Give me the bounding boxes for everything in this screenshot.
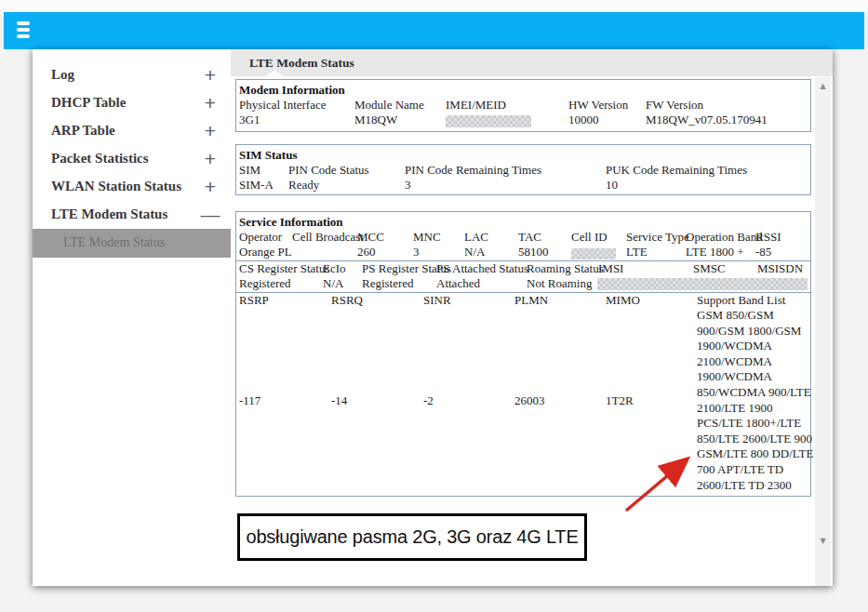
column-header: RSRP (239, 293, 331, 308)
cell-value: Ready (288, 178, 405, 193)
scroll-down-button[interactable]: ▼ (815, 535, 831, 548)
column-header: Roaming Status (527, 261, 598, 276)
active-tab-notch (266, 70, 283, 76)
column-header: MIMO (606, 293, 697, 308)
sidebar-subitem-label: LTE Modem Status (63, 235, 165, 250)
cell-value: SIM-A (239, 178, 288, 193)
cell-value: LTE 1800 + (686, 245, 755, 259)
modem-information-section: Modem Information Physical Interface Mod… (235, 79, 811, 132)
column-header: RSRQ (331, 293, 423, 308)
column-header: PIN Code Status (288, 163, 405, 178)
column-header: HW Version (568, 98, 646, 113)
sidebar-item-lte-modem-status[interactable]: LTE Modem Status — (33, 206, 231, 227)
cell-value (292, 245, 357, 259)
expand-icon[interactable]: + (198, 64, 222, 86)
cell-value: Not Roaming (527, 276, 598, 291)
column-header: PUK Code Remaining Times (606, 163, 747, 178)
column-header: Physical Interface (239, 98, 354, 113)
column-header: Support Band List (697, 293, 814, 308)
cell-value: M18QW (354, 113, 446, 127)
column-header: LAC (464, 230, 518, 245)
cell-value: -117 (239, 393, 331, 408)
cell-value: N/A (323, 276, 362, 291)
cell-value: -2 (423, 393, 514, 408)
tab-lte-modem-status[interactable]: LTE Modem Status (249, 56, 354, 71)
redacted-imei-value (446, 115, 531, 127)
sidebar-item-label: Log (51, 67, 74, 83)
cell-value: 10000 (568, 113, 646, 127)
page-top-margin (0, 0, 868, 12)
cell-value: Registered (239, 276, 323, 291)
expand-icon[interactable]: + (198, 92, 222, 114)
sidebar: Log + DHCP Table + ARP Table + Packet St… (33, 49, 231, 586)
cell-value: M18QW_v07.05.170941 (646, 113, 768, 127)
service-information-section: Service Information Operator Cell Broadc… (235, 211, 811, 497)
column-header: Cell ID (571, 230, 626, 245)
sidebar-item-label: DHCP Table (51, 95, 126, 111)
cell-value: LTE (626, 245, 686, 259)
cell-value: 3 (413, 245, 464, 259)
column-header: RSSI (755, 230, 781, 245)
cell-value: 26003 (514, 393, 606, 408)
column-header: PLMN (514, 293, 606, 308)
sidebar-item-dhcp-table[interactable]: DHCP Table + (33, 95, 231, 115)
main-panel: Log + DHCP Table + ARP Table + Packet St… (33, 49, 833, 586)
column-header: MSISDN (757, 261, 803, 276)
column-header: IMSI (598, 261, 693, 276)
section-title: Service Information (236, 212, 810, 230)
column-header: Cell Broadcast (292, 230, 357, 245)
cell-value: Registered (362, 276, 436, 291)
support-band-list-value: GSM 850/GSM 900/GSM 1800/GSM 1900/WCDMA … (697, 308, 814, 493)
column-header: SMSC (693, 261, 757, 276)
section-title: SIM Status (236, 145, 810, 163)
column-header: PS Attached Status (436, 261, 527, 276)
sidebar-item-label: Packet Statistics (51, 151, 149, 166)
menu-icon[interactable] (17, 21, 39, 40)
column-header: Module Name (354, 98, 446, 113)
expand-icon[interactable]: + (198, 120, 222, 142)
column-header: MCC (357, 230, 413, 245)
expand-icon[interactable]: + (198, 176, 222, 198)
cell-value: 10 (606, 178, 618, 193)
sim-status-section: SIM Status SIM PIN Code Status PIN Code … (235, 144, 811, 195)
annotation-box: obsługiwane pasma 2G, 3G oraz 4G LTE (237, 513, 587, 561)
column-header: CS Register Status (239, 261, 323, 276)
cell-value: 3 (405, 178, 606, 193)
sidebar-subitem-lte-modem-status-active[interactable]: LTE Modem Status (33, 229, 231, 258)
sidebar-item-wlan-station-status[interactable]: WLAN Station Status + (33, 179, 231, 199)
top-header-bar (4, 12, 864, 49)
redacted-cell-id-value (571, 248, 616, 259)
column-header: SIM (239, 163, 288, 178)
scrollbar[interactable]: ▲ ▼ (815, 77, 831, 586)
column-header: Service Type (626, 230, 686, 245)
column-header: SINR (423, 293, 514, 308)
content-area: LTE Modem Status Modem Information Physi… (231, 49, 833, 586)
column-header: PS Register Status (362, 261, 436, 276)
cell-value (446, 113, 568, 127)
collapse-icon[interactable]: — (198, 204, 222, 226)
column-header: MNC (413, 230, 464, 245)
sidebar-item-label: ARP Table (51, 123, 115, 139)
page-tab-bar: LTE Modem Status (231, 49, 833, 76)
column-header: IMEI/MEID (446, 98, 568, 113)
cell-value: N/A (464, 245, 518, 259)
column-header: Operation Band (686, 230, 755, 245)
sidebar-item-label: WLAN Station Status (51, 179, 181, 194)
column-header: EcIo (323, 261, 362, 276)
cell-value: Orange PL (239, 245, 292, 259)
sidebar-item-packet-statistics[interactable]: Packet Statistics + (33, 151, 231, 171)
cell-value: 3G1 (239, 113, 354, 127)
cell-value: -14 (331, 393, 423, 408)
cell-value (571, 245, 626, 259)
scroll-up-button[interactable]: ▲ (815, 80, 831, 93)
cell-value: Attached (436, 276, 527, 291)
section-title: Modem Information (236, 80, 810, 98)
column-header: Operator (239, 230, 292, 245)
column-header: TAC (518, 230, 571, 245)
expand-icon[interactable]: + (198, 148, 222, 170)
cell-value: 1T2R (606, 393, 697, 408)
sidebar-item-log[interactable]: Log + (33, 67, 231, 87)
column-header: PIN Code Remaining Times (405, 163, 606, 178)
cell-value: 260 (357, 245, 413, 259)
sidebar-item-arp-table[interactable]: ARP Table + (33, 123, 231, 143)
